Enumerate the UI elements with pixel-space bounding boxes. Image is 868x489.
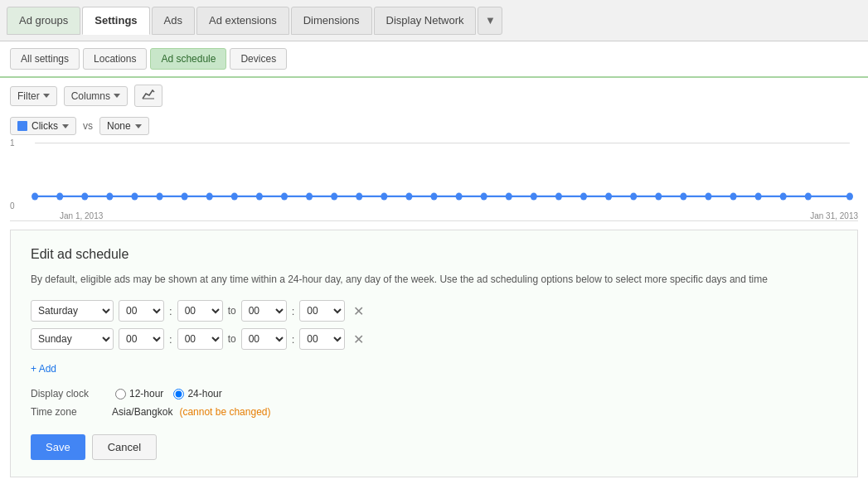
action-row: Save Cancel [31, 434, 837, 460]
tab-settings[interactable]: Settings [82, 7, 149, 35]
top-tab-bar: Ad groups Settings Ads Ad extensions Dim… [0, 0, 868, 41]
tab-ad-groups[interactable]: Ad groups [7, 7, 80, 35]
cancel-button[interactable]: Cancel [92, 434, 157, 460]
svg-point-19 [456, 192, 463, 200]
tab-dimensions[interactable]: Dimensions [291, 7, 372, 35]
svg-point-5 [106, 192, 113, 200]
to-min-1[interactable]: 00153045 [299, 328, 345, 350]
to-min-0[interactable]: 00153045 [299, 300, 345, 322]
svg-point-2 [32, 192, 38, 200]
metric1-arrow [62, 124, 69, 128]
clock-12-radio[interactable] [115, 389, 126, 399]
svg-point-15 [356, 192, 362, 200]
from-min-1[interactable]: 00153045 [177, 328, 223, 350]
sub-tab-ad-schedule[interactable]: Ad schedule [150, 48, 226, 70]
save-button[interactable]: Save [31, 434, 85, 460]
remove-row-0[interactable]: ✕ [350, 303, 367, 319]
to-hour-1[interactable]: 00010203 04050607 08091011 12131415 1617… [241, 328, 287, 350]
columns-button[interactable]: Columns [64, 86, 128, 106]
chart-svg [10, 138, 858, 204]
colon-3: : [169, 333, 172, 346]
filter-button[interactable]: Filter [10, 86, 57, 106]
timezone-label: Time zone [31, 406, 105, 418]
svg-point-18 [430, 192, 437, 200]
svg-point-32 [780, 192, 787, 200]
metric1-color [17, 121, 27, 131]
colon-1: : [169, 305, 172, 317]
metric1-selector[interactable]: Clicks [10, 117, 76, 135]
clock-12-option[interactable]: 12-hour [115, 388, 163, 399]
toolbar: Filter Columns [0, 78, 868, 114]
svg-point-33 [805, 192, 812, 200]
chart-icon [142, 89, 155, 103]
clock-label: Display clock [31, 388, 105, 399]
filter-dropdown-arrow [43, 94, 50, 98]
clock-24-option[interactable]: 24-hour [173, 388, 221, 399]
vs-label: vs [83, 120, 93, 132]
schedule-row-0: Saturday Monday Tuesday Wednesday Thursd… [31, 300, 837, 322]
svg-point-28 [680, 192, 686, 200]
svg-point-8 [182, 192, 188, 200]
svg-point-25 [605, 192, 612, 200]
colon-2: : [292, 305, 295, 317]
sub-tab-all-settings[interactable]: All settings [10, 48, 80, 70]
sub-tab-devices[interactable]: Devices [230, 48, 287, 70]
chart-area: 1 0 [10, 138, 858, 221]
chart-date-end: Jan 31, 2013 [810, 211, 858, 220]
svg-point-9 [206, 192, 213, 200]
timezone-note: (cannot be changed) [179, 406, 270, 418]
tab-display-network[interactable]: Display Network [374, 7, 477, 35]
tab-ads[interactable]: Ads [152, 7, 195, 35]
timezone-value: Asia/Bangkok [112, 406, 172, 418]
sub-tab-locations[interactable]: Locations [83, 48, 147, 70]
svg-point-7 [157, 192, 163, 200]
svg-point-22 [531, 192, 537, 200]
svg-point-24 [580, 192, 587, 200]
to-hour-0[interactable]: 00010203 04050607 08091011 12131415 1617… [241, 300, 287, 322]
metrics-row: Clicks vs None [0, 114, 868, 138]
svg-point-14 [331, 192, 337, 200]
colon-4: : [292, 333, 295, 346]
from-hour-1[interactable]: 00010203 04050607 08091011 12131415 1617… [119, 328, 164, 350]
clock-row: Display clock 12-hour 24-hour [31, 388, 837, 399]
metric2-arrow [135, 124, 142, 128]
schedule-panel: Edit ad schedule By default, eligible ad… [10, 230, 858, 477]
svg-point-6 [131, 192, 138, 200]
remove-row-1[interactable]: ✕ [350, 332, 367, 347]
day-select-0[interactable]: Saturday Monday Tuesday Wednesday Thursd… [31, 300, 114, 322]
day-select-1[interactable]: Sunday Monday Tuesday Wednesday Thursday… [31, 328, 114, 350]
sub-tab-bar: All settings Locations Ad schedule Devic… [0, 41, 868, 78]
svg-point-10 [231, 192, 238, 200]
from-hour-0[interactable]: 00010203 04050607 08091011 12131415 1617… [119, 300, 164, 322]
tab-ad-extensions[interactable]: Ad extensions [196, 7, 289, 35]
schedule-row-1: Sunday Monday Tuesday Wednesday Thursday… [31, 328, 837, 350]
svg-point-21 [506, 192, 512, 200]
more-tabs-button[interactable]: ▼ [478, 7, 502, 35]
metric2-selector[interactable]: None [99, 117, 149, 135]
chevron-down-icon: ▼ [485, 14, 496, 27]
add-schedule-row[interactable]: + Add [31, 363, 56, 375]
chart-toggle-button[interactable] [134, 85, 162, 107]
from-min-0[interactable]: 00153045 [177, 300, 223, 322]
panel-description: By default, eligible ads may be shown at… [31, 272, 837, 287]
chart-date-start: Jan 1, 2013 [60, 211, 103, 220]
svg-point-4 [81, 192, 88, 200]
svg-point-17 [405, 192, 412, 200]
to-text-1: to [228, 333, 236, 345]
panel-title: Edit ad schedule [31, 247, 837, 262]
svg-point-31 [755, 192, 762, 200]
timezone-row: Time zone Asia/Bangkok (cannot be change… [31, 406, 837, 418]
svg-point-20 [481, 192, 487, 200]
svg-point-30 [730, 192, 737, 200]
svg-point-16 [381, 192, 387, 200]
svg-point-23 [555, 192, 562, 200]
svg-point-27 [655, 192, 662, 200]
svg-point-11 [256, 192, 263, 200]
svg-point-34 [846, 192, 853, 200]
svg-point-13 [306, 192, 313, 200]
svg-point-26 [630, 192, 637, 200]
columns-dropdown-arrow [114, 94, 120, 98]
to-text-0: to [228, 305, 236, 317]
svg-point-12 [281, 192, 288, 200]
clock-24-radio[interactable] [173, 389, 184, 399]
